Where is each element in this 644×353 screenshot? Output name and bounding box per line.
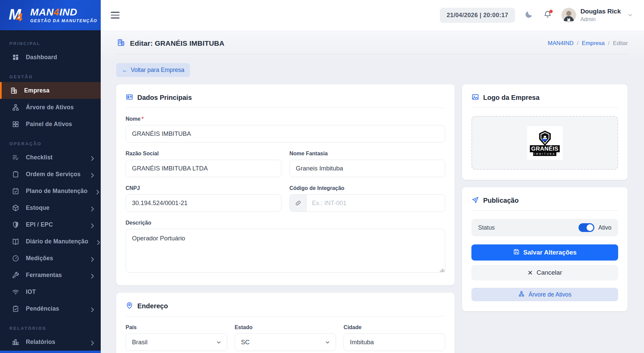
chevron-down-icon [627,12,633,18]
clipboard-icon [11,170,19,178]
card-endereco: Endereço País Brasil Esta [116,293,455,353]
chevron-right-icon [94,188,99,194]
breadcrumb-current: Editar [613,40,628,47]
floppy-icon [513,248,520,257]
close-icon: ✕ [527,270,533,276]
sidebar-item-label: Medições [26,255,53,262]
checklist-icon [11,153,19,161]
content: Editar: GRANÉIS IMBITUBA MAN4IND / Empre… [101,30,644,353]
sidebar-item-label: Árvore de Ativos [26,104,74,111]
sidebar-item-painel-de-ativos[interactable]: Painel de Ativos [0,116,101,132]
datetime-display: 21/04/2026 | 20:00:17 [440,8,515,23]
sidebar-item-estoque[interactable]: Estoque [0,199,101,216]
page-title: Editar: GRANÉIS IMBITUBA [130,39,224,47]
bar-chart-icon [11,338,19,346]
card-publicacao: Publicação Status Ativo Salvar Alteraçõe [462,187,628,311]
menu-toggle-icon[interactable] [111,12,120,18]
chevron-down-icon [325,340,330,345]
company-logo-image: GRANÉIS IMBITUBA [527,126,563,160]
sidebar-item-relatorios[interactable]: Relatórios [0,334,101,350]
razao-social-label: Razão Social [126,151,281,157]
moon-icon [524,10,533,20]
sidebar-item-epi-epc[interactable]: EPI / EPC [0,216,101,233]
pais-select[interactable]: Brasil [126,334,227,351]
estado-label: Estado [235,324,336,330]
brand-logo[interactable]: M 4 MAN4IND GESTÃO DA MANUTENÇÃO [0,0,101,30]
building-icon [117,38,125,48]
descricao-label: Descrição [126,220,445,226]
cancel-button[interactable]: ✕ Cancelar [471,265,618,280]
section-label-relatorios: RELATÓRIOS [0,322,101,334]
nome-fantasia-input[interactable] [289,160,445,177]
status-toggle[interactable] [579,223,594,232]
descricao-textarea[interactable]: Operador Portuário [126,229,445,273]
razao-social-input[interactable] [126,160,281,177]
nome-input[interactable] [126,125,445,143]
package-icon [11,204,19,212]
book-open-icon [11,237,19,245]
chevron-right-icon [89,306,94,311]
notifications-button[interactable] [543,10,553,20]
breadcrumb-link-man4ind[interactable]: MAN4IND [548,40,574,47]
codigo-integracao-label: Código de Integração [289,185,445,191]
status-row: Status Ativo [471,219,618,236]
save-button[interactable]: Salvar Alterações [471,244,618,261]
cidade-input[interactable] [343,334,445,351]
sidebar-item-arvore-de-ativos[interactable]: Árvore de Ativos [0,99,101,116]
sitemap-icon [11,103,19,111]
shield-icon [11,221,19,229]
sidebar-item-label: Estoque [26,204,49,211]
send-icon [471,196,479,205]
brand-tagline: GESTÃO DA MANUTENÇÃO [30,19,97,23]
sidebar-item-plano-de-manutencao[interactable]: Plano de Manutenção [0,183,101,199]
arrow-left-icon: ← [122,67,128,74]
sidebar-item-empresa[interactable]: Empresa [0,82,101,99]
topbar: 21/04/2026 | 20:00:17 Douglas Rick Admin [101,0,644,30]
clipboard-check-icon [11,305,19,313]
sidebar-item-ordem-de-servicos[interactable]: Ordem de Serviços [0,166,101,183]
sidebar-item-label: Ordem de Serviços [26,171,81,178]
logo-upload-area[interactable]: GRANÉIS IMBITUBA [471,116,618,170]
sidebar-item-ferramentas[interactable]: Ferramentas [0,267,101,283]
dark-mode-toggle[interactable] [524,10,534,20]
codigo-integracao-input[interactable] [307,195,445,211]
back-to-empresa-button[interactable]: ← Voltar para Empresa [116,63,190,77]
logo-text-sub: IMBITUBA [533,152,556,156]
sidebar-item-label: Diário de Manutenção [26,238,88,245]
chevron-right-icon [89,205,94,210]
sidebar-item-iot[interactable]: IOT [0,283,101,300]
sidebar-footer-strip [0,351,101,353]
map-pin-icon [126,302,133,311]
sidebar-item-checklist[interactable]: Checklist [0,149,101,166]
sidebar-item-diario-de-manutencao[interactable]: Diário de Manutenção [0,233,101,250]
sidebar-item-label: Plano de Manutenção [26,188,88,195]
card-title: Publicação [483,197,519,204]
card-logo-empresa: Logo da Empresa [462,84,628,180]
title-divider [116,54,629,54]
page-title-row: Editar: GRANÉIS IMBITUBA MAN4IND / Empre… [116,30,629,54]
chevron-right-icon [89,339,94,345]
logo-text-main: GRANÉIS [530,145,560,152]
sidebar-nav: PRINCIPAL Dashboard GESTÃO Empresa Árvor… [0,30,101,353]
breadcrumb-link-empresa[interactable]: Empresa [582,40,605,47]
id-card-icon [126,93,133,102]
cnpj-input[interactable] [126,194,281,212]
image-icon [471,93,479,102]
chevron-right-icon [89,171,94,177]
user-menu[interactable]: Douglas Rick Admin [561,8,633,23]
gauge-icon [11,254,19,262]
arvore-de-ativos-button[interactable]: Árvore de Ativos [471,288,618,301]
cnpj-label: CNPJ [126,185,281,191]
sidebar-item-dashboard[interactable]: Dashboard [0,49,101,66]
estado-select[interactable]: SC [235,334,336,351]
user-name: Douglas Rick [581,8,621,15]
sidebar-item-label: Dashboard [26,54,57,61]
brand-4: 4 [16,11,22,24]
sidebar-item-medicoes[interactable]: Medições [0,250,101,267]
user-role: Admin [581,16,621,23]
brand-name: MAN4IND [30,7,97,17]
sitemap-icon [518,290,525,299]
sidebar-item-label: Painel de Ativos [26,121,72,128]
wifi-icon [11,288,19,296]
sidebar-item-pendencias[interactable]: Pendências [0,300,101,317]
